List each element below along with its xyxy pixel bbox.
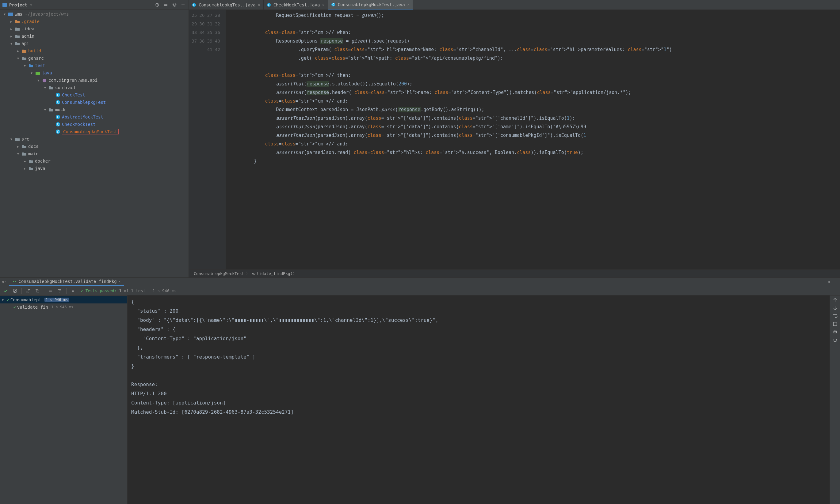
chevron-down-icon[interactable]: ▾ (30, 2, 32, 7)
test-tree[interactable]: ▼✔Consumablepl1 s 946 ms✔validate_fin1 s… (0, 295, 127, 504)
folder-icon (15, 41, 20, 46)
editor-tabs[interactable]: CConsumablepkgTest.java✕CCheckMockTest.j… (189, 0, 840, 10)
arrow-icon[interactable]: ▼ (43, 108, 47, 111)
scroll-icon[interactable] (832, 321, 838, 327)
editor-tab[interactable]: CConsumablepkgTest.java✕ (189, 0, 264, 10)
more-icon[interactable]: » (69, 287, 77, 295)
arrow-icon[interactable]: ▶ (9, 20, 14, 23)
up-icon[interactable] (832, 297, 838, 303)
sort-down-icon[interactable] (24, 287, 32, 295)
folder-icon (28, 166, 34, 171)
test-node[interactable]: ✔validate_fin1 s 946 ms (0, 303, 127, 311)
tree-item-java[interactable]: ▼java (0, 69, 189, 76)
close-icon[interactable]: ✕ (258, 3, 260, 7)
arrow-icon[interactable]: ▼ (16, 57, 20, 60)
tree-item-checkmocktest[interactable]: CCheckMockTest (0, 121, 189, 128)
close-icon[interactable]: ✕ (322, 3, 324, 7)
breadcrumb-method[interactable]: validate_findPkg() (252, 271, 295, 276)
close-icon[interactable]: ✕ (119, 279, 121, 284)
tree-item-api[interactable]: ▼api (0, 40, 189, 47)
arrow-icon[interactable]: ▼ (16, 152, 20, 156)
tab-label: CheckMockTest.java (273, 2, 320, 7)
arrow-icon[interactable]: ▶ (16, 49, 20, 53)
arrow-icon[interactable]: ▼ (43, 86, 47, 89)
sort-up-icon[interactable] (33, 287, 41, 295)
code-editor[interactable]: RequestSpecification request = given(); … (226, 10, 840, 269)
arrow-icon[interactable]: ▼ (2, 298, 5, 302)
tree-label: ConsumablepkgTest (62, 100, 106, 105)
tree-label: wms (15, 12, 22, 17)
tree-item-abstractmocktest[interactable]: CAbstractMockTest (0, 113, 189, 121)
breadcrumb-class[interactable]: ConsumablepkgMockTest (194, 271, 244, 276)
folder-icon (15, 33, 20, 39)
arrow-icon[interactable]: ▼ (9, 42, 14, 45)
tree-label: AbstractMockTest (62, 114, 103, 120)
tree-item-wms[interactable]: ▼wms~/javaproject/wms (0, 11, 189, 18)
console-output[interactable]: { "status" : 200, "body" : "{\"data\":[{… (127, 295, 829, 504)
ok-icon[interactable] (2, 287, 10, 295)
run-config-tab[interactable]: ConsumablepkgMockTest.validate_findPkg ✕ (9, 278, 124, 286)
tree-item-docker[interactable]: ▶docker (0, 157, 189, 165)
tree-item-com-xingren-wms-api[interactable]: ▼com.xingren.wms.api (0, 76, 189, 84)
down-icon[interactable] (832, 305, 838, 311)
tree-item--gradle[interactable]: ▶.gradle (0, 18, 189, 25)
folder-icon (48, 85, 54, 90)
svg-rect-24 (834, 282, 837, 282)
tab-label: ConsumablepkgTest.java (199, 2, 255, 7)
test-node[interactable]: ▼✔Consumablepl1 s 946 ms (0, 296, 127, 303)
tree-label: .idea (21, 26, 34, 31)
tree-item-checktest[interactable]: CCheckTest (0, 91, 189, 98)
arrow-icon[interactable]: ▶ (23, 167, 27, 170)
tree-label: test (35, 63, 45, 68)
breadcrumb-sep: 〉 (246, 271, 250, 276)
tree-item-gensrc[interactable]: ▼gensrc (0, 54, 189, 62)
trash-icon[interactable] (832, 337, 838, 343)
arrow-icon[interactable]: ▶ (16, 145, 20, 148)
minimize-icon[interactable] (832, 279, 838, 285)
arrow-icon[interactable]: ▶ (23, 160, 27, 163)
tree-item-contract[interactable]: ▼contract (0, 84, 189, 91)
arrow-icon[interactable]: ▼ (2, 13, 7, 16)
arrow-icon[interactable]: ▼ (30, 71, 34, 75)
minimize-icon[interactable] (180, 2, 186, 8)
folder-icon (21, 144, 27, 149)
wrap-icon[interactable] (832, 313, 838, 319)
collapse-icon[interactable] (163, 2, 169, 8)
tree-item-consumablepkgtest[interactable]: CConsumablepkgTest (0, 98, 189, 106)
arrow-icon[interactable]: ▶ (9, 35, 14, 38)
tree-item-src[interactable]: ▼src (0, 135, 189, 143)
locate-icon[interactable] (154, 2, 160, 8)
tree-label: docs (28, 144, 39, 149)
svg-rect-29 (834, 330, 836, 331)
folder-icon (15, 136, 20, 142)
collapse-all-icon[interactable] (56, 287, 64, 295)
close-icon[interactable]: ✕ (408, 2, 410, 7)
tree-item-main[interactable]: ▼main (0, 150, 189, 157)
svg-rect-4 (182, 5, 185, 5)
stop-icon[interactable] (11, 287, 19, 295)
expand-icon[interactable] (47, 287, 55, 295)
tree-label: mock (55, 107, 66, 112)
tree-extra: ~/javaproject/wms (25, 12, 69, 17)
run-arrows-icon (12, 279, 17, 284)
arrow-icon[interactable]: ▶ (9, 27, 14, 31)
editor-tab[interactable]: CConsumablepkgMockTest.java✕ (328, 0, 413, 10)
tree-item-docs[interactable]: ▶docs (0, 143, 189, 150)
gear-icon[interactable] (171, 2, 177, 8)
gear-icon[interactable] (826, 279, 832, 285)
tree-item--idea[interactable]: ▶.idea (0, 25, 189, 33)
tree-item-admin[interactable]: ▶admin (0, 33, 189, 40)
arrow-icon[interactable]: ▼ (9, 138, 14, 141)
editor-tab[interactable]: CCheckMockTest.java✕ (264, 0, 328, 10)
print-icon[interactable] (832, 329, 838, 335)
arrow-icon[interactable]: ▼ (23, 64, 27, 67)
tree-item-java[interactable]: ▶java (0, 165, 189, 172)
breadcrumb[interactable]: ConsumablepkgMockTest 〉 validate_findPkg… (189, 269, 840, 277)
tree-item-build[interactable]: ▶build (0, 47, 189, 54)
tree-item-consumablepkgmocktest[interactable]: CConsumablepkgMockTest (0, 128, 189, 135)
class-icon: C (55, 92, 61, 98)
tree-item-mock[interactable]: ▼mock (0, 106, 189, 113)
project-tree[interactable]: ▼wms~/javaproject/wms▶.gradle▶.idea▶admi… (0, 10, 189, 277)
arrow-icon[interactable]: ▼ (36, 79, 40, 82)
tree-item-test[interactable]: ▼test (0, 62, 189, 69)
